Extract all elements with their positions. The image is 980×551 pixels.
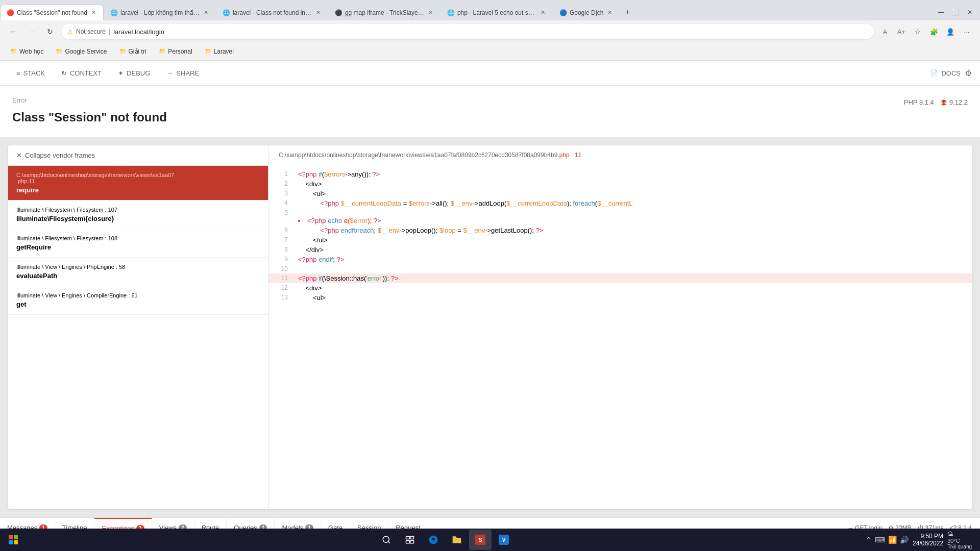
taskbar-task-view[interactable] — [399, 530, 421, 550]
line-number: 10 — [268, 264, 294, 273]
context-label: CONTEXT — [70, 69, 102, 77]
collapse-icon: ✕ — [16, 152, 22, 159]
minimize-button[interactable]: — — [935, 6, 947, 18]
code-panel: C:\xampp\htdocs\onlineshop\storage\frame… — [268, 145, 972, 509]
frame-item-2[interactable]: Illuminate \ Filesystem \ Filesystem : 1… — [8, 201, 268, 229]
tab-stack[interactable]: ≡ STACK — [8, 61, 53, 86]
address-input[interactable]: ⚠ Not secure | laravel.local/login — [61, 24, 874, 39]
taskbar-app6[interactable]: V — [493, 530, 515, 550]
taskbar-edge[interactable] — [422, 530, 445, 550]
tab-label-3: laravel - Class not found in b... — [233, 9, 312, 16]
translate-icon[interactable]: A — [878, 24, 892, 39]
tab-close-6[interactable]: ✕ — [606, 8, 613, 17]
extensions-icon[interactable]: 🧩 — [927, 24, 941, 39]
code-rows: 1<?php if($errors->any()): ?>2 <div>3 <u… — [268, 165, 972, 307]
bookmark-laravel[interactable]: 📁 Laravel — [201, 47, 238, 56]
profile-icon[interactable]: 👤 — [943, 24, 958, 39]
folder-icon-1: 📁 — [10, 48, 17, 55]
docs-link[interactable]: 📄 DOCS — [926, 69, 965, 77]
volume-icon: 🔊 — [900, 536, 909, 544]
tab-6[interactable]: 🔵 Google Dịch ✕ — [553, 4, 620, 20]
tab-close-2[interactable]: ✕ — [203, 8, 209, 17]
tab-favicon-5: 🌐 — [447, 9, 454, 16]
code-line-5: 5 <?php echo e($error); ?> — [268, 208, 972, 226]
refresh-button[interactable]: ↻ — [43, 24, 57, 39]
frame-method-active: require — [16, 186, 260, 194]
zoom-icon[interactable]: A+ — [894, 24, 909, 39]
code-line-9: 9<?php endif; ?> — [268, 255, 972, 264]
bookmark-giai-tri[interactable]: 📁 Giải trí — [115, 47, 151, 56]
taskbar-app5[interactable]: S — [469, 530, 492, 550]
line-code: <?php if(\Session::has('error')): ?> — [294, 273, 972, 283]
tab-4[interactable]: ⚫ gg map iframe - TrickSlayer/c... ✕ — [328, 4, 440, 20]
tab-context[interactable]: ↻ CONTEXT — [53, 61, 110, 86]
settings-icon[interactable]: ⚙ — [965, 68, 972, 78]
line-number: 13 — [268, 293, 294, 303]
new-tab-button[interactable]: + — [620, 4, 635, 20]
frame-method-3: getRequire — [16, 243, 260, 251]
frame-item-active[interactable]: C:\xampp\htdocs\onlineshop\storage\frame… — [8, 166, 268, 201]
tab-2[interactable]: 🌐 laravel - Lớp không tìm thấy... ✕ — [104, 4, 216, 20]
svg-rect-2 — [9, 540, 13, 544]
tab-close-4[interactable]: ✕ — [427, 8, 434, 17]
favorites-icon[interactable]: ☆ — [911, 24, 925, 39]
window-controls: — ⬜ ✕ — [931, 4, 980, 20]
line-number: 4 — [268, 198, 294, 208]
clock[interactable]: 9:50 PM 24/06/2022 — [913, 533, 943, 547]
svg-rect-3 — [14, 540, 18, 544]
browser-chrome: 🔴 Class "Session" not found ✕ 🌐 laravel … — [0, 0, 980, 61]
forward-button[interactable]: → — [24, 24, 39, 39]
tab-favicon-2: 🌐 — [110, 9, 117, 16]
bookmark-web-hoc[interactable]: 📁 Web học — [6, 47, 47, 56]
taskbar: S V ⌃ ⌨ 📶 🔊 9:50 PM 24/06/2022 🌤 30°C Tr… — [0, 529, 980, 551]
tab-5[interactable]: 🌐 php - Laravel 5 echo out ses... ✕ — [440, 4, 553, 20]
tab-debug[interactable]: ✦ DEBUG — [110, 61, 158, 86]
frame-path-5: Illuminate \ View \ Engines \ CompilerEn… — [16, 292, 260, 298]
tab-3[interactable]: 🌐 laravel - Class not found in b... ✕ — [216, 4, 328, 20]
more-icon[interactable]: ··· — [960, 24, 974, 39]
wifi-icon: 📶 — [888, 536, 897, 544]
docs-icon: 📄 — [930, 69, 938, 77]
weather-desc: Trời quang — [947, 544, 972, 549]
line-code: <ul> — [294, 293, 972, 303]
folder-icon-5: 📁 — [205, 48, 212, 55]
svg-rect-5 — [406, 536, 410, 539]
collapse-vendor-button[interactable]: ✕ Collapse vendor frames — [8, 145, 268, 166]
address-bar: ← → ↻ ⚠ Not secure | laravel.local/login… — [0, 20, 980, 43]
frame-item-4[interactable]: Illuminate \ View \ Engines \ PhpEngine … — [8, 258, 268, 286]
frame-item-3[interactable]: Illuminate \ Filesystem \ Filesystem : 1… — [8, 229, 268, 258]
tab-close-5[interactable]: ✕ — [540, 8, 546, 17]
address-text: laravel.local/login — [113, 28, 164, 36]
line-code: <?php if($errors->any()): ?> — [294, 169, 972, 179]
stack-panel: ✕ Collapse vendor frames C:\xampp\htdocs… — [8, 145, 268, 509]
tab-share[interactable]: → SHARE — [158, 61, 207, 86]
start-button[interactable] — [2, 529, 24, 551]
folder-icon-4: 📁 — [159, 48, 166, 55]
chevron-up-icon[interactable]: ⌃ — [866, 536, 872, 544]
svg-rect-1 — [14, 535, 18, 539]
maximize-button[interactable]: ⬜ — [949, 6, 962, 18]
tab-close-1[interactable]: ✕ — [90, 8, 97, 17]
line-code: <ul> — [294, 189, 972, 198]
code-line-4: 4 <?php $__currentLoopData = $errors->al… — [268, 198, 972, 208]
stack-icon: ≡ — [16, 69, 20, 77]
svg-point-4 — [383, 536, 389, 542]
tab-close-3[interactable]: ✕ — [315, 8, 322, 17]
tab-active[interactable]: 🔴 Class "Session" not found ✕ — [0, 4, 104, 20]
bookmark-personal[interactable]: 📁 Personal — [155, 47, 196, 56]
frame-method-2: Illuminate\Filesystem\{closure} — [16, 215, 260, 222]
taskbar-search[interactable] — [375, 530, 398, 550]
close-button[interactable]: ✕ — [964, 6, 976, 18]
address-actions: A A+ ☆ 🧩 👤 ··· — [878, 24, 974, 39]
error-message: Class "Session" not found — [12, 110, 968, 124]
frame-path-4: Illuminate \ View \ Engines \ PhpEngine … — [16, 264, 260, 270]
context-icon: ↻ — [61, 69, 67, 77]
tab-favicon-6: 🔵 — [559, 9, 567, 16]
frame-item-5[interactable]: Illuminate \ View \ Engines \ CompilerEn… — [8, 286, 268, 315]
error-body-wrapper: ✕ Collapse vendor frames C:\xampp\htdocs… — [0, 137, 980, 517]
back-button[interactable]: ← — [6, 24, 20, 39]
taskbar-file-explorer[interactable] — [446, 530, 468, 550]
bookmark-google-service[interactable]: 📁 Google Service — [52, 47, 111, 56]
tab-label-5: php - Laravel 5 echo out ses... — [457, 9, 536, 16]
share-icon: → — [166, 69, 173, 77]
